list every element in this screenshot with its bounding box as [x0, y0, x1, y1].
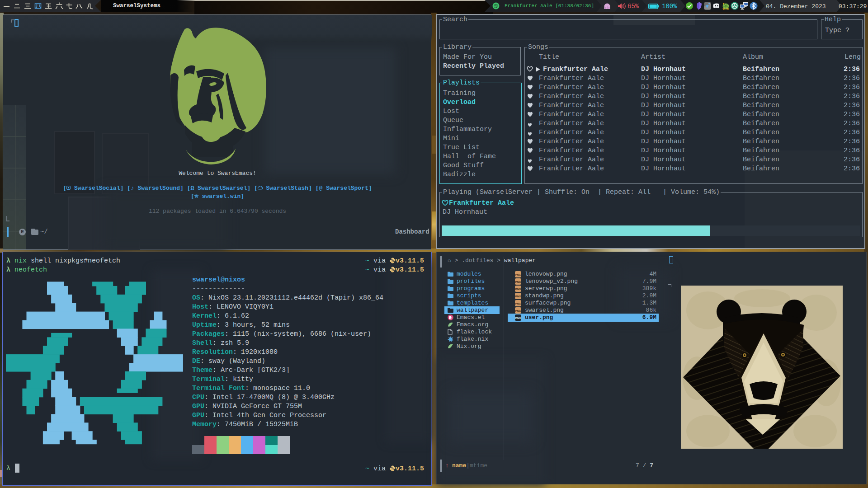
svg-text:PNG: PNG	[515, 273, 521, 276]
svg-text:PNG: PNG	[515, 281, 521, 283]
svg-text:PNG: PNG	[515, 295, 521, 298]
svg-text:PNG: PNG	[515, 310, 521, 312]
svg-text:PNG: PNG	[515, 302, 521, 305]
svg-text:PNG: PNG	[515, 288, 521, 291]
svg-text:PNG: PNG	[515, 317, 521, 319]
